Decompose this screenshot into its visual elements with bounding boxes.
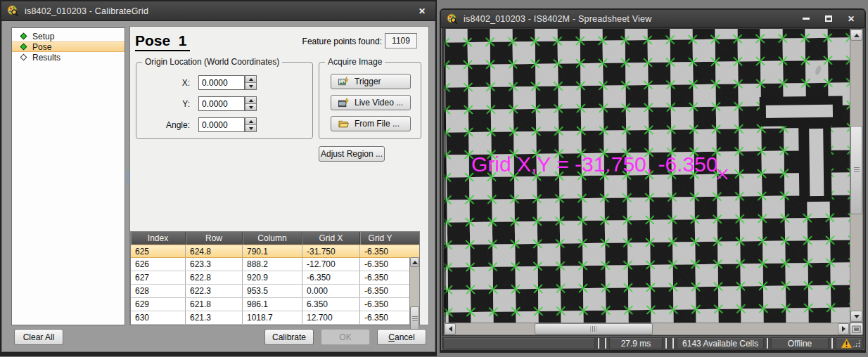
desktop: { "calibrate_window": { "title": "is8402… [0, 0, 868, 357]
spin-up-icon[interactable] [245, 118, 256, 125]
table-row[interactable]: 630621.31018.712.700-6.350 [131, 311, 419, 325]
origin-y-stepper[interactable] [245, 96, 257, 111]
origin-angle-row: Angle: [136, 117, 312, 132]
maximize-icon[interactable] [821, 13, 836, 25]
camera-flash-icon [338, 77, 349, 87]
acquisition-time: 27.9 ms [609, 337, 663, 349]
close-icon[interactable]: ✕ [414, 5, 430, 18]
table-scrollbar[interactable] [409, 257, 419, 325]
origin-x-input[interactable] [198, 75, 245, 90]
origin-x-stepper[interactable] [245, 75, 257, 90]
spin-up-icon[interactable] [245, 76, 256, 83]
monitor-icon [852, 325, 861, 333]
dialog-body: Setup Pose Results Pose 1 Feature points… [3, 22, 434, 352]
calibrate-grid-window: is8402_010203 - CalibrateGrid ✕ Setup Po… [0, 0, 437, 356]
col-grid-y: Grid Y [360, 232, 400, 245]
close-icon[interactable]: ✕ [843, 13, 859, 25]
resize-grip[interactable] [853, 339, 860, 347]
group-legend: Origin Location (World Coordinates) [142, 57, 282, 67]
status-separator [605, 338, 606, 349]
table-header: Index Row Column Grid X Grid Y [131, 232, 419, 245]
table-row[interactable]: 628622.3953.50.000-6.350 [131, 285, 419, 298]
feature-points-table: Index Row Column Grid X Grid Y 625624.87… [130, 231, 420, 325]
calibrate-button[interactable]: Calibrate [264, 329, 314, 345]
scrollbar-thumb[interactable] [850, 126, 862, 214]
horizontal-scrollbar[interactable] [444, 323, 850, 335]
vertical-scrollbar[interactable] [850, 29, 863, 323]
window-title: is8402_010203 - IS8402M - Spreadsheet Vi… [464, 14, 651, 24]
button-label: Trigger [355, 77, 381, 86]
step-tree: Setup Pose Results [11, 27, 125, 325]
spreadsheet-titlebar[interactable]: is8402_010203 - IS8402M - Spreadsheet Vi… [441, 10, 864, 28]
spin-up-icon[interactable] [245, 97, 256, 104]
cancel-button[interactable]: Cancel [377, 329, 426, 345]
col-column: Column [243, 232, 302, 245]
scrollbar-thumb[interactable] [535, 323, 653, 335]
col-row: Row [186, 232, 243, 245]
page-title: Pose 1 [135, 32, 190, 51]
origin-angle-stepper[interactable] [245, 117, 257, 132]
app-icon [447, 13, 458, 25]
status-separator [672, 338, 674, 349]
status-separator [665, 338, 667, 349]
scrollbar-thumb[interactable] [410, 306, 419, 332]
origin-y-input[interactable] [198, 96, 245, 111]
col-grid-x: Grid X [302, 232, 360, 245]
angle-label: Angle: [136, 120, 190, 130]
spin-down-icon[interactable] [245, 83, 256, 89]
minimize-icon[interactable] [798, 13, 814, 25]
step-done-icon [20, 44, 27, 51]
scroll-left-icon[interactable] [445, 323, 456, 335]
filmstrip-icon [338, 98, 349, 108]
scrollbar-track[interactable] [456, 323, 838, 335]
acquire-image-group: Acquire Image Trigger [319, 62, 421, 139]
sidebar-item-pose[interactable]: Pose [12, 41, 125, 52]
table-row[interactable]: 629621.8986.16.350-6.350 [131, 298, 419, 311]
scroll-right-icon[interactable] [838, 323, 849, 335]
warning-icon [841, 338, 853, 349]
origin-x-row: X: [136, 75, 312, 90]
sidebar-item-label: Results [32, 53, 60, 63]
table-row[interactable]: 625624.8790.1-31.750-6.350 [131, 245, 419, 258]
scroll-up-icon[interactable] [410, 257, 419, 267]
scroll-down-icon[interactable] [850, 311, 862, 322]
grid-coordinates-overlay: Grid X,Y = -31.750, -6.350 [471, 152, 718, 176]
status-message-panel [443, 337, 595, 349]
clear-all-button[interactable]: Clear All [14, 329, 63, 345]
step-pending-icon [20, 54, 27, 61]
scroll-up-icon[interactable] [850, 30, 862, 41]
from-file-button[interactable]: From File ... [331, 116, 411, 131]
table-row[interactable]: 627622.8920.9-6.350-6.350 [131, 271, 419, 285]
table-row[interactable]: 626623.3888.2-12.700-6.350 [131, 258, 419, 271]
status-separator [831, 338, 833, 349]
app-icon [7, 5, 19, 17]
available-cells: 6143 Available Cells [677, 337, 764, 349]
sidebar-item-results[interactable]: Results [12, 52, 125, 63]
ok-button: OK [321, 329, 370, 345]
button-label: Live Video ... [355, 98, 403, 108]
image-fit-button[interactable] [850, 323, 863, 335]
spin-down-icon[interactable] [245, 104, 256, 110]
origin-y-row: Y: [136, 96, 312, 111]
feature-points-label: Feature points found: [302, 37, 382, 46]
spreadsheet-view-window: is8402_010203 - IS8402M - Spreadsheet Vi… [440, 8, 866, 353]
y-label: Y: [136, 99, 190, 109]
live-video-button[interactable]: Live Video ... [331, 95, 411, 110]
warning-panel[interactable] [836, 337, 862, 349]
calibrate-titlebar[interactable]: is8402_010203 - CalibrateGrid ✕ [1, 1, 435, 21]
step-done-icon [20, 33, 27, 40]
window-title: is8402_010203 - CalibrateGrid [25, 6, 148, 16]
sidebar-item-setup[interactable]: Setup [12, 31, 125, 41]
open-folder-icon [338, 119, 349, 129]
x-label: X: [136, 78, 190, 88]
spin-down-icon[interactable] [245, 125, 256, 131]
status-separator [598, 338, 599, 349]
status-separator [767, 338, 768, 349]
trigger-button[interactable]: Trigger [331, 74, 411, 89]
button-label: From File ... [355, 119, 400, 129]
calibration-image[interactable]: Grid X,Y = -31.750, -6.350 [444, 29, 850, 323]
origin-angle-input[interactable] [198, 117, 245, 132]
group-legend: Acquire Image [325, 57, 385, 67]
origin-location-group: Origin Location (World Coordinates) X: Y… [136, 62, 313, 139]
adjust-region-button[interactable]: Adjust Region ... [319, 146, 385, 162]
